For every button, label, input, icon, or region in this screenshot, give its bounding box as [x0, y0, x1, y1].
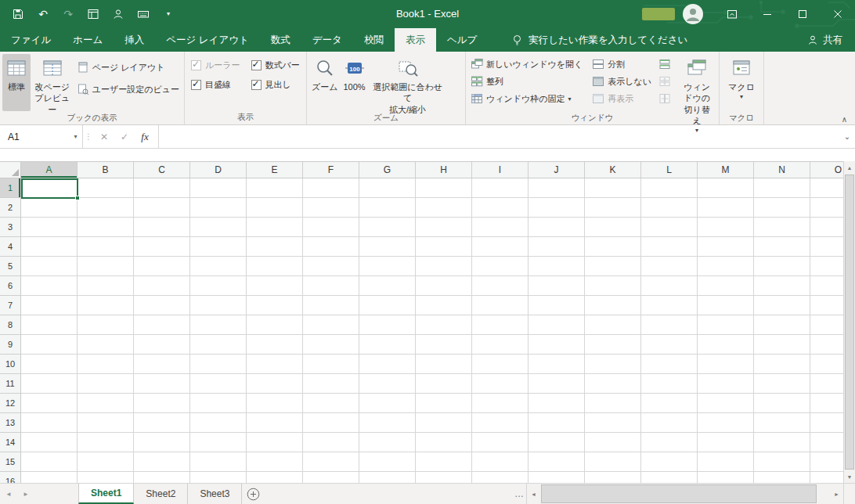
column-header-I[interactable]: I — [472, 162, 529, 178]
name-box[interactable]: A1 — [0, 125, 69, 148]
page-break-preview-button[interactable]: 改ページ プレビュー — [31, 54, 74, 111]
unhide-window-button[interactable]: 再表示 — [590, 90, 654, 107]
tab-view[interactable]: 表示 — [395, 28, 436, 52]
row-header-14[interactable]: 14 — [0, 433, 20, 452]
tab-formulas[interactable]: 数式 — [260, 28, 301, 52]
sheet-tab-sheet3[interactable]: Sheet3 — [188, 484, 242, 504]
undo-button[interactable]: ↶ — [33, 4, 53, 24]
tell-me-box[interactable]: 実行したい作業を入力してください — [511, 28, 687, 52]
column-header-G[interactable]: G — [359, 162, 416, 178]
macros-button[interactable]: マクロ ▾ — [726, 54, 757, 111]
tab-page-layout[interactable]: ページ レイアウト — [155, 28, 260, 52]
ruler-checkbox[interactable]: ✓ ルーラー — [191, 59, 240, 71]
active-cell[interactable] — [21, 178, 78, 199]
row-header-1[interactable]: 1 — [0, 178, 20, 198]
tab-data[interactable]: データ — [301, 28, 353, 52]
row-header-4[interactable]: 4 — [0, 237, 20, 257]
sheet-tab-sheet2[interactable]: Sheet2 — [134, 484, 188, 504]
tab-home[interactable]: ホーム — [62, 28, 114, 52]
gridlines-checkbox[interactable]: ✓ 目盛線 — [191, 79, 240, 91]
column-header-O[interactable]: O — [810, 162, 843, 178]
row-header-8[interactable]: 8 — [0, 315, 20, 335]
sheet-nav-right-button[interactable]: ► — [17, 484, 34, 504]
horizontal-scrollbar-thumb[interactable] — [541, 484, 817, 503]
zoom-button[interactable]: ズーム — [309, 54, 341, 111]
column-header-J[interactable]: J — [529, 162, 585, 178]
vertical-scrollbar-thumb[interactable] — [845, 175, 854, 470]
column-header-M[interactable]: M — [698, 162, 754, 178]
scroll-left-button[interactable]: ◄ — [527, 484, 540, 504]
row-header-13[interactable]: 13 — [0, 413, 20, 433]
normal-view-button[interactable]: 標準 — [2, 54, 31, 111]
scroll-down-button[interactable]: ▼ — [844, 470, 855, 483]
reset-window-position-button[interactable] — [655, 90, 674, 107]
minimize-button[interactable] — [749, 0, 785, 28]
tab-insert[interactable]: 挿入 — [114, 28, 155, 52]
page-layout-view-button[interactable]: ページ レイアウト — [74, 59, 182, 76]
save-button[interactable] — [8, 4, 28, 24]
formula-input[interactable] — [159, 125, 839, 148]
ribbon-display-options-button[interactable] — [714, 0, 749, 28]
new-sheet-button[interactable] — [242, 484, 264, 504]
row-header-15[interactable]: 15 — [0, 452, 20, 472]
column-header-B[interactable]: B — [78, 162, 134, 178]
column-header-E[interactable]: E — [247, 162, 303, 178]
sheet-tab-sheet1[interactable]: Sheet1 — [78, 484, 134, 504]
scroll-right-button[interactable]: ► — [830, 484, 843, 504]
column-header-H[interactable]: H — [416, 162, 472, 178]
vertical-scrollbar[interactable]: ▲ ▼ — [843, 161, 855, 483]
tab-review[interactable]: 校閲 — [353, 28, 395, 52]
synchronous-scrolling-button[interactable] — [655, 73, 674, 90]
tab-help[interactable]: ヘルプ — [436, 28, 488, 52]
row-header-3[interactable]: 3 — [0, 218, 20, 237]
tab-file[interactable]: ファイル — [0, 28, 62, 52]
custom-views-button[interactable]: ユーザー設定のビュー — [74, 81, 182, 98]
close-button[interactable] — [820, 0, 855, 28]
enter-button[interactable]: ✓ — [114, 125, 135, 148]
formula-bar-checkbox[interactable]: ✓ 数式バー — [251, 59, 300, 71]
split-button[interactable]: 分割 — [590, 56, 654, 73]
view-side-by-side-button[interactable] — [655, 56, 674, 73]
fill-handle[interactable] — [75, 196, 80, 200]
tab-scrollbar-splitter[interactable]: … — [512, 484, 526, 504]
scroll-up-button[interactable]: ▲ — [844, 161, 855, 174]
contact-button[interactable] — [108, 4, 128, 24]
maximize-button[interactable] — [785, 0, 820, 28]
avatar[interactable] — [683, 4, 703, 24]
hide-window-button[interactable]: 表示しない — [590, 73, 654, 90]
collapse-ribbon-button[interactable]: ∧ — [842, 115, 847, 124]
share-button[interactable]: 共有 — [795, 28, 855, 52]
select-all-corner[interactable] — [0, 161, 21, 178]
column-header-F[interactable]: F — [303, 162, 359, 178]
horizontal-scrollbar[interactable]: ◄ ► — [526, 484, 843, 504]
expand-formula-bar-button[interactable]: ⌄ — [839, 125, 855, 148]
redo-button[interactable]: ↷ — [58, 4, 78, 24]
new-window-button[interactable]: 新しいウィンドウを開く — [468, 56, 585, 73]
zoom-to-selection-button[interactable]: 選択範囲に合わせて 拡大/縮小 — [369, 54, 447, 111]
workbook-button[interactable] — [83, 4, 103, 24]
row-header-9[interactable]: 9 — [0, 335, 20, 355]
keyboard-button[interactable] — [133, 4, 153, 24]
row-header-7[interactable]: 7 — [0, 296, 20, 315]
row-header-11[interactable]: 11 — [0, 374, 20, 394]
zoom-100-button[interactable]: 100 100% — [341, 54, 369, 111]
column-header-K[interactable]: K — [585, 162, 641, 178]
row-header-6[interactable]: 6 — [0, 276, 20, 296]
grid-cells[interactable] — [21, 178, 843, 483]
row-header-16[interactable]: 16 — [0, 472, 20, 483]
sheet-nav-left-button[interactable]: ◄ — [0, 484, 17, 504]
column-header-N[interactable]: N — [754, 162, 810, 178]
formula-bar-drag-handle[interactable]: ⋮ — [83, 125, 94, 148]
name-box-dropdown[interactable]: ▾ — [69, 125, 83, 148]
row-header-2[interactable]: 2 — [0, 198, 20, 218]
switch-windows-button[interactable]: ウィンドウの 切り替え ▾ — [677, 54, 716, 111]
column-header-L[interactable]: L — [641, 162, 698, 178]
column-header-A[interactable]: A — [21, 162, 78, 178]
row-header-5[interactable]: 5 — [0, 257, 20, 276]
insert-function-button[interactable]: fx — [135, 125, 155, 148]
column-header-D[interactable]: D — [190, 162, 247, 178]
cancel-button[interactable]: ✕ — [94, 125, 114, 148]
arrange-all-button[interactable]: 整列 — [468, 73, 585, 90]
row-header-10[interactable]: 10 — [0, 355, 20, 374]
column-header-C[interactable]: C — [134, 162, 190, 178]
